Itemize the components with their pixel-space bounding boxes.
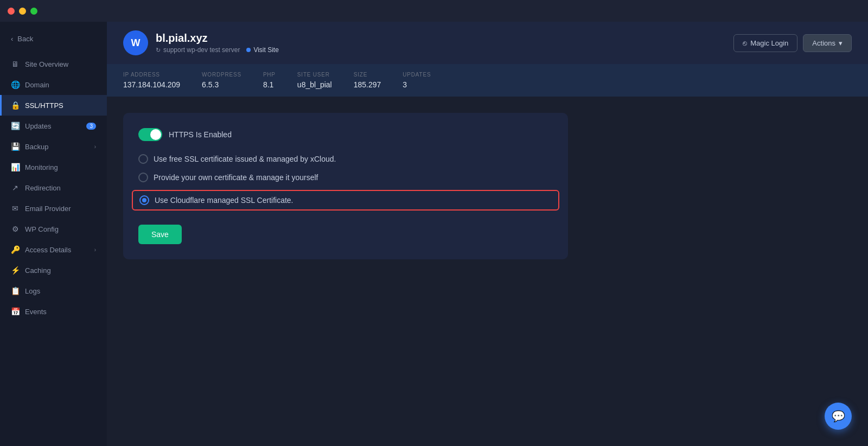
sidebar-icon-wp-config: ⚙	[11, 225, 20, 233]
sidebar-item-ssl-https[interactable]: 🔒 SSL/HTTPS	[0, 95, 107, 116]
badge-updates: 3	[86, 123, 96, 130]
sidebar-label-site-overview: Site Overview	[25, 60, 68, 68]
site-details: bl.pial.xyz ↻ support wp-dev test server…	[156, 32, 279, 54]
sidebar-item-caching[interactable]: ⚡ Caching	[0, 260, 107, 281]
stat-label-1: WORDPRESS	[202, 72, 241, 78]
sidebar-label-monitoring: Monitoring	[25, 163, 58, 171]
stat-value-1: 6.5.3	[202, 80, 241, 89]
actions-button[interactable]: Actions ▾	[803, 34, 852, 52]
stat-php: PHP 8.1	[263, 72, 276, 89]
stat-label-4: SIZE	[354, 72, 381, 78]
sidebar-icon-redirection: ↗	[11, 183, 20, 192]
radio-input-free-ssl[interactable]	[138, 154, 148, 164]
sidebar-icon-caching: ⚡	[11, 266, 20, 275]
chat-icon: 💬	[832, 410, 845, 423]
sidebar-item-site-overview[interactable]: 🖥 Site Overview	[0, 54, 107, 74]
site-header: W bl.pial.xyz ↻ support wp-dev test serv…	[107, 22, 868, 64]
actions-label: Actions	[812, 39, 835, 47]
sidebar-icon-updates: 🔄	[11, 122, 20, 130]
sidebar-label-logs: Logs	[25, 287, 40, 295]
sync-icon: ↻	[156, 47, 161, 54]
sidebar-label-updates: Updates	[25, 122, 51, 130]
save-button[interactable]: Save	[138, 225, 182, 244]
stat-value-2: 8.1	[263, 80, 276, 89]
sidebar-item-logs[interactable]: 📋 Logs	[0, 281, 107, 301]
radio-input-own-cert[interactable]	[138, 173, 148, 182]
sidebar-item-events[interactable]: 📅 Events	[0, 301, 107, 322]
stat-wordpress: WORDPRESS 6.5.3	[202, 72, 241, 89]
https-toggle[interactable]	[138, 128, 162, 141]
radio-option-own-cert[interactable]: Provide your own certificate & manage it…	[138, 173, 553, 182]
toggle-knob	[150, 129, 161, 140]
meta-visit[interactable]: Visit Site	[246, 46, 278, 54]
titlebar	[0, 0, 868, 22]
sidebar-icon-domain: 🌐	[11, 80, 20, 89]
stat-label-0: IP ADDRESS	[123, 72, 180, 78]
sidebar-label-domain: Domain	[25, 81, 49, 89]
sidebar-item-redirection[interactable]: ↗ Redirection	[0, 177, 107, 198]
back-button[interactable]: ‹ Back	[0, 29, 107, 48]
sidebar-label-caching: Caching	[25, 266, 51, 275]
radio-label-free-ssl: Use free SSL certificate issued & manage…	[154, 155, 336, 163]
sidebar-icon-logs: 📋	[11, 286, 20, 295]
page-body: HTTPS Is Enabled Use free SSL certificat…	[107, 97, 868, 446]
sidebar-item-wp-config[interactable]: ⚙ WP Config	[0, 219, 107, 239]
stat-value-0: 137.184.104.209	[123, 80, 180, 89]
stat-value-4: 185.297	[354, 80, 381, 89]
sidebar-icon-ssl-https: 🔒	[11, 101, 20, 110]
sidebar: ‹ Back 🖥 Site Overview 🌐 Domain 🔒 SSL/HT…	[0, 22, 107, 446]
magic-login-button[interactable]: ⎋ Magic Login	[733, 34, 797, 52]
sidebar-label-wp-config: WP Config	[25, 225, 59, 233]
visit-site-label: Visit Site	[253, 46, 278, 54]
chevron-backup: ›	[94, 144, 96, 150]
stat-value-5: 3	[403, 80, 431, 89]
stat-updates: UPDATES 3	[403, 72, 431, 89]
chat-button[interactable]: 💬	[825, 403, 852, 430]
magic-login-label: Magic Login	[750, 39, 788, 47]
stat-site-user: SITE USER u8_bl_pial	[297, 72, 332, 89]
radio-input-cloudflare[interactable]	[139, 195, 149, 205]
sidebar-label-events: Events	[25, 308, 47, 316]
sidebar-label-backup: Backup	[25, 143, 48, 151]
close-dot[interactable]	[8, 8, 15, 15]
wp-logo: W	[123, 30, 148, 55]
chevron-access-details: ›	[94, 247, 96, 253]
site-info: W bl.pial.xyz ↻ support wp-dev test serv…	[123, 30, 279, 55]
stat-label-5: UPDATES	[403, 72, 431, 78]
sidebar-label-access-details: Access Details	[25, 246, 71, 254]
sidebar-item-updates[interactable]: 🔄 Updates 3	[0, 116, 107, 136]
magic-login-icon: ⎋	[743, 39, 747, 47]
sidebar-label-email-provider: Email Provider	[25, 205, 71, 213]
meta-sync: ↻ support wp-dev test server	[156, 46, 240, 54]
main-content: W bl.pial.xyz ↻ support wp-dev test serv…	[107, 22, 868, 446]
radio-option-cloudflare[interactable]: Use Cloudflare managed SSL Certificate.	[132, 190, 559, 211]
sidebar-item-email-provider[interactable]: ✉ Email Provider	[0, 198, 107, 219]
sidebar-item-domain[interactable]: 🌐 Domain	[0, 74, 107, 95]
stat-value-3: u8_bl_pial	[297, 80, 332, 89]
radio-option-free-ssl[interactable]: Use free SSL certificate issued & manage…	[138, 154, 553, 164]
back-label: Back	[17, 35, 33, 43]
sidebar-item-monitoring[interactable]: 📊 Monitoring	[0, 157, 107, 177]
site-meta: ↻ support wp-dev test server Visit Site	[156, 46, 279, 54]
sidebar-label-redirection: Redirection	[25, 184, 61, 192]
actions-chevron-icon: ▾	[839, 39, 843, 47]
sidebar-label-ssl-https: SSL/HTTPS	[25, 101, 63, 110]
sidebar-icon-monitoring: 📊	[11, 163, 20, 171]
header-actions: ⎋ Magic Login Actions ▾	[733, 34, 852, 52]
radio-label-own-cert: Provide your own certificate & manage it…	[154, 173, 318, 182]
minimize-dot[interactable]	[19, 8, 26, 15]
app-body: ‹ Back 🖥 Site Overview 🌐 Domain 🔒 SSL/HT…	[0, 22, 868, 446]
sidebar-icon-email-provider: ✉	[11, 204, 20, 213]
ssl-card: HTTPS Is Enabled Use free SSL certificat…	[123, 113, 568, 259]
back-icon: ‹	[11, 35, 13, 43]
site-name: bl.pial.xyz	[156, 32, 279, 44]
radio-label-cloudflare: Use Cloudflare managed SSL Certificate.	[155, 196, 293, 205]
maximize-dot[interactable]	[30, 8, 37, 15]
sidebar-icon-backup: 💾	[11, 142, 20, 151]
ssl-radio-group: Use free SSL certificate issued & manage…	[138, 154, 553, 209]
sidebar-item-backup[interactable]: 💾 Backup ›	[0, 136, 107, 157]
sidebar-item-access-details[interactable]: 🔑 Access Details ›	[0, 239, 107, 260]
meta-sync-label: support wp-dev test server	[163, 46, 240, 54]
visit-dot	[246, 48, 251, 52]
sidebar-icon-site-overview: 🖥	[11, 60, 20, 68]
